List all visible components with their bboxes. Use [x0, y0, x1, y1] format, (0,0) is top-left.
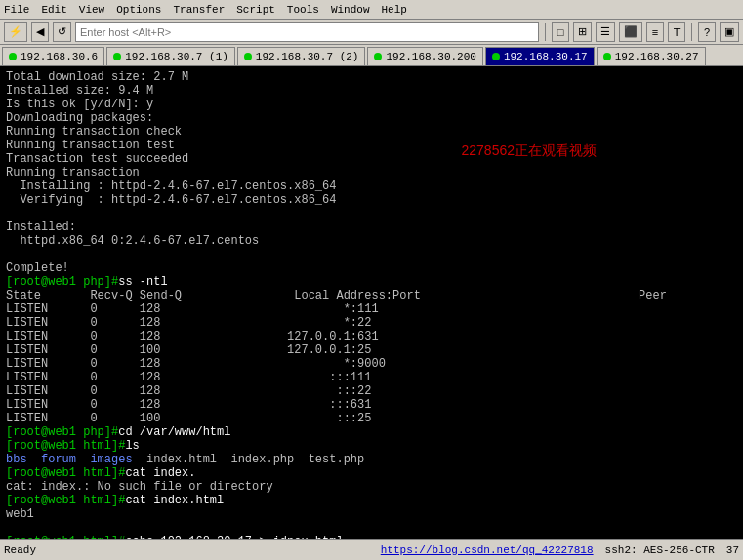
- terminal-prompt-cat2: [root@web1 html]#cat index.html: [6, 494, 737, 507]
- terminal-cat-error: cat: index.: No such file or directory: [6, 480, 737, 494]
- statusbar-ssh-info: ssh2: AES-256-CTR: [605, 544, 715, 556]
- watermark-text: 2278562正在观看视频: [461, 142, 597, 160]
- menu-tools[interactable]: Tools: [287, 4, 319, 16]
- terminal-prompt-ls: [root@web1 html]#ls: [6, 439, 737, 453]
- tab-dot-1: [9, 53, 17, 60]
- toolbar-btn-back[interactable]: ◀: [31, 22, 49, 42]
- terminal-line-11: Installed:: [6, 220, 737, 234]
- terminal-ss-row-4: LISTEN 0 100 127.0.0.1:25: [6, 343, 737, 357]
- status-ready: Ready: [4, 544, 36, 556]
- terminal-line-blank2: [6, 248, 737, 261]
- tab-label-6: 192.168.30.27: [615, 51, 699, 62]
- terminal-prompt-echo1: [root@web1 html]#echo 192.168.30.17 > id…: [6, 535, 737, 539]
- terminal-cat-output: web1: [6, 507, 737, 521]
- toolbar-btn-flash[interactable]: ⚡: [4, 22, 27, 42]
- terminal-line-7: Transaction test succeeded: [6, 152, 737, 166]
- terminal-line-10: Verifying : httpd-2.4.6-67.el7.centos.x8…: [6, 193, 737, 207]
- terminal-ls-output: bbs forum images index.html index.php te…: [6, 453, 737, 466]
- statusbar-right: https://blog.csdn.net/qq_42227818 ssh2: …: [381, 544, 739, 556]
- terminal-line-8: Running transaction: [6, 166, 737, 180]
- tab-label-1: 192.168.30.6: [21, 51, 98, 62]
- tab-label-4: 192.168.30.200: [386, 51, 475, 62]
- terminal-ss-row-1: LISTEN 0 128 *:111: [6, 302, 737, 316]
- tab-dot-2: [113, 53, 121, 60]
- terminal-complete: Complete!: [6, 261, 737, 275]
- menu-file[interactable]: File: [4, 4, 29, 16]
- terminal-ss-row-7: LISTEN 0 128 :::22: [6, 384, 737, 398]
- terminal-ss-row-9: LISTEN 0 100 :::25: [6, 412, 737, 425]
- toolbar: ⚡ ◀ ↺ □ ⊞ ☰ ⬛ ≡ T ? ▣: [0, 20, 743, 45]
- terminal-prompt-ss: [root@web1 php]#ss -ntl: [6, 275, 737, 289]
- toolbar-btn-1[interactable]: □: [552, 22, 569, 42]
- statusbar-link[interactable]: https://blog.csdn.net/qq_42227818: [381, 544, 594, 556]
- terminal-prompt-cd: [root@web1 php]#cd /var/www/html: [6, 425, 737, 439]
- tab-dot-4: [374, 53, 382, 60]
- separator-1: [545, 23, 546, 41]
- terminal-line-12: httpd.x86_64 0:2.4.6-67.el7.centos: [6, 234, 737, 248]
- menu-view[interactable]: View: [79, 4, 104, 16]
- tab-192-168-30-7-1[interactable]: 192.168.30.7 (1): [106, 47, 235, 65]
- menubar: File Edit View Options Transfer Script T…: [0, 0, 743, 20]
- menu-help[interactable]: Help: [381, 4, 406, 16]
- tab-192-168-30-7-2[interactable]: 192.168.30.7 (2): [237, 47, 366, 65]
- terminal-ss-header: State Recv-Q Send-Q Local Address:Port P…: [6, 289, 737, 302]
- host-input[interactable]: [75, 22, 539, 42]
- terminal-line-1: Total download size: 2.7 M: [6, 70, 737, 84]
- toolbar-btn-2[interactable]: ⊞: [573, 22, 592, 42]
- tab-192-168-30-27[interactable]: 192.168.30.27: [597, 47, 706, 65]
- tab-192-168-30-17[interactable]: 192.168.30.17: [485, 47, 595, 65]
- terminal-line-2: Installed size: 9.4 M: [6, 84, 737, 98]
- tab-label-3: 192.168.30.7 (2): [256, 51, 359, 62]
- terminal[interactable]: Total download size: 2.7 M Installed siz…: [0, 66, 743, 539]
- tab-dot-3: [244, 53, 252, 60]
- terminal-prompt-cat1: [root@web1 html]#cat index.: [6, 466, 737, 480]
- terminal-ss-row-5: LISTEN 0 128 *:9000: [6, 357, 737, 371]
- menu-transfer[interactable]: Transfer: [173, 4, 225, 16]
- terminal-line-3: Is this ok [y/d/N]: y: [6, 98, 737, 111]
- tab-192-168-30-6[interactable]: 192.168.30.6: [2, 47, 104, 65]
- terminal-ss-row-2: LISTEN 0 128 *:22: [6, 316, 737, 330]
- terminal-line-4: Downloading packages:: [6, 111, 737, 125]
- statusbar: Ready https://blog.csdn.net/qq_42227818 …: [0, 539, 743, 560]
- tab-label-5: 192.168.30.17: [504, 51, 588, 62]
- terminal-ss-row-8: LISTEN 0 128 :::631: [6, 398, 737, 412]
- menu-edit[interactable]: Edit: [41, 4, 66, 16]
- menu-window[interactable]: Window: [331, 4, 370, 16]
- toolbar-btn-help[interactable]: ?: [698, 22, 716, 42]
- terminal-line-9: Installing : httpd-2.4.6-67.el7.centos.x…: [6, 180, 737, 193]
- terminal-line-5: Running transaction check: [6, 125, 737, 139]
- toolbar-btn-5[interactable]: ≡: [646, 22, 664, 42]
- toolbar-btn-reload[interactable]: ↺: [53, 22, 71, 42]
- terminal-line-6: Running transaction test: [6, 139, 737, 152]
- tab-dot-6: [603, 53, 611, 60]
- terminal-line-blank1: [6, 207, 737, 220]
- tab-label-2: 192.168.30.7 (1): [125, 51, 228, 62]
- statusbar-rows: 37: [726, 544, 739, 556]
- menu-script[interactable]: Script: [236, 4, 275, 16]
- toolbar-btn-3[interactable]: ☰: [596, 22, 615, 42]
- tab-dot-5: [492, 53, 500, 60]
- tab-192-168-30-200[interactable]: 192.168.30.200: [367, 47, 482, 65]
- terminal-blank3: [6, 521, 737, 535]
- toolbar-btn-6[interactable]: T: [668, 22, 685, 42]
- terminal-ss-row-6: LISTEN 0 128 :::111: [6, 371, 737, 384]
- toolbar-btn-info[interactable]: ▣: [720, 22, 739, 42]
- tab-bar: 192.168.30.6 192.168.30.7 (1) 192.168.30…: [0, 45, 743, 66]
- terminal-ss-row-3: LISTEN 0 128 127.0.0.1:631: [6, 330, 737, 343]
- toolbar-btn-4[interactable]: ⬛: [619, 22, 642, 42]
- menu-options[interactable]: Options: [116, 4, 161, 16]
- separator-2: [691, 23, 692, 41]
